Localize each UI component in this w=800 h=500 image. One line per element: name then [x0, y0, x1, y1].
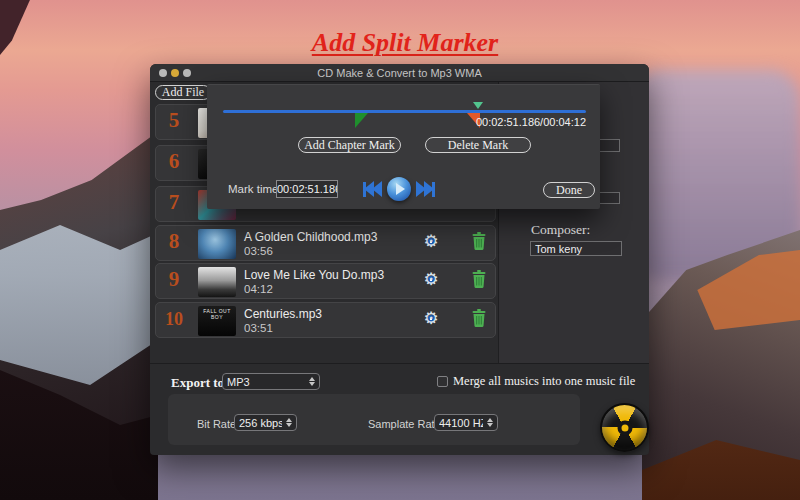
track-title: A Golden Childhood.mp3 — [244, 230, 377, 244]
stepper-arrows-icon — [286, 418, 292, 427]
add-chapter-mark-button[interactable]: Add Chapter Mark — [298, 137, 401, 153]
time-display: 00:02:51.186/00:04:12 — [476, 116, 586, 128]
track-row-8[interactable]: 8 A Golden Childhood.mp3 03:56 ⚙ — [155, 225, 496, 261]
trash-icon — [472, 309, 486, 327]
play-button[interactable] — [387, 177, 411, 201]
transport-controls — [363, 177, 435, 201]
track-number: 9 — [160, 267, 188, 292]
split-marker-dialog: 00:02:51.186/00:04:12 Add Chapter Mark D… — [207, 84, 600, 209]
window-title: CD Make & Convert to Mp3 WMA — [150, 67, 649, 79]
timeline-slider[interactable] — [223, 110, 586, 113]
export-format-select[interactable]: MP3 — [222, 373, 320, 390]
track-title: Love Me Like You Do.mp3 — [244, 268, 384, 282]
skip-forward-icon — [432, 182, 435, 197]
gear-icon: ⚙ — [421, 309, 441, 329]
delete-mark-label: Delete Mark — [448, 138, 508, 153]
bit-rate-label: Bit Rate: — [197, 418, 239, 430]
sample-rate-label: Samplate Rate: — [368, 418, 444, 430]
done-label: Done — [556, 183, 582, 198]
play-icon — [396, 183, 405, 195]
done-button[interactable]: Done — [543, 182, 595, 198]
burn-button[interactable] — [600, 403, 649, 452]
track-settings-button[interactable]: ⚙ — [421, 232, 441, 252]
track-number: 10 — [160, 309, 188, 330]
mark-time-input[interactable] — [276, 180, 338, 198]
track-number: 5 — [160, 108, 188, 133]
delete-track-button[interactable] — [472, 270, 486, 288]
track-number: 6 — [160, 149, 188, 174]
track-duration: 04:12 — [244, 283, 273, 295]
sample-rate-select[interactable]: 44100 HZ — [434, 414, 498, 431]
add-file-button[interactable]: Add File — [155, 85, 211, 100]
bottom-divider — [150, 363, 649, 364]
export-to-label: Export to: — [171, 375, 228, 391]
merge-label: Merge all musics into one music file — [453, 374, 635, 389]
composer-input[interactable] — [530, 241, 622, 256]
stepper-arrows-icon — [487, 418, 493, 427]
sample-rate-value: 44100 HZ — [439, 417, 483, 429]
album-art — [198, 267, 236, 297]
track-settings-button[interactable]: ⚙ — [421, 309, 441, 329]
chapter-marker-green-icon[interactable] — [355, 113, 368, 128]
playhead-thumb-icon[interactable] — [473, 102, 483, 109]
title-bar[interactable]: CD Make & Convert to Mp3 WMA — [150, 64, 649, 82]
track-row-10[interactable]: 10 FALL OUT BOY Centuries.mp3 03:51 ⚙ — [155, 302, 496, 338]
bit-rate-value: 256 kbps — [239, 417, 282, 429]
gear-icon: ⚙ — [421, 270, 441, 290]
track-settings-button[interactable]: ⚙ — [421, 270, 441, 290]
merge-checkbox[interactable] — [437, 376, 448, 387]
track-number: 7 — [160, 190, 188, 215]
skip-forward-button[interactable] — [416, 181, 435, 197]
delete-track-button[interactable] — [472, 232, 486, 250]
track-title: Centuries.mp3 — [244, 307, 322, 321]
skip-back-button[interactable] — [363, 181, 382, 197]
gear-icon: ⚙ — [421, 232, 441, 252]
track-duration: 03:51 — [244, 322, 273, 334]
trash-icon — [472, 232, 486, 250]
mark-time-label: Mark time: — [228, 183, 282, 195]
delete-track-button[interactable] — [472, 309, 486, 327]
delete-mark-button[interactable]: Delete Mark — [425, 137, 531, 153]
track-duration: 03:56 — [244, 245, 273, 257]
export-format-value: MP3 — [227, 376, 305, 388]
bit-rate-select[interactable]: 256 kbps — [234, 414, 297, 431]
track-row-9[interactable]: 9 Love Me Like You Do.mp3 04:12 ⚙ — [155, 263, 496, 299]
add-file-label: Add File — [162, 85, 204, 100]
trash-icon — [472, 270, 486, 288]
stepper-arrows-icon — [309, 377, 315, 386]
skip-back-icon — [372, 181, 382, 197]
burn-icon — [617, 420, 632, 435]
composer-label: Composer: — [531, 222, 590, 238]
track-number: 8 — [160, 229, 188, 254]
album-art-text: FALL OUT BOY — [203, 308, 230, 320]
album-art — [198, 229, 236, 259]
page-title: Add Split Marker — [150, 28, 660, 58]
add-chapter-mark-label: Add Chapter Mark — [304, 138, 395, 153]
album-art: FALL OUT BOY — [198, 306, 236, 336]
